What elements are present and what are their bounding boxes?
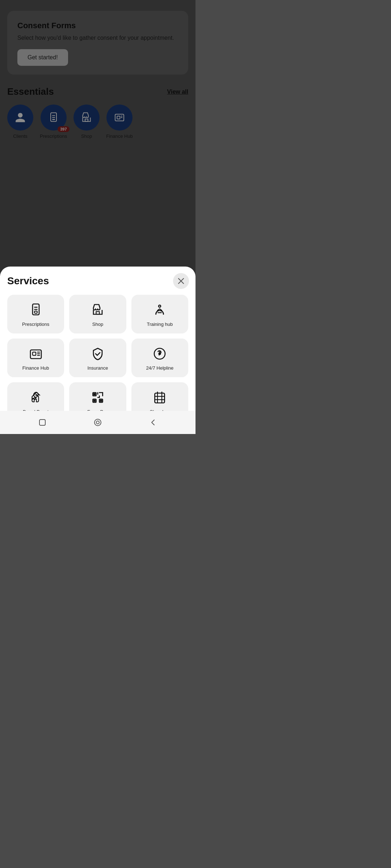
training-icon [153,303,166,316]
insurance-icon [91,347,104,360]
facespay-icon [91,391,104,404]
nav-square-button[interactable] [35,415,50,430]
svg-rect-31 [100,400,101,401]
insurance-service-label: Insurance [87,365,108,371]
svg-rect-29 [94,394,95,395]
svg-point-46 [96,421,99,424]
insurance-service-icon [91,346,105,361]
training-service-icon [152,303,167,317]
brandboost-icon [29,391,42,404]
modal-overlay: Services Prescriptions [0,0,196,434]
nav-back-button[interactable] [146,415,160,430]
close-icon [178,278,184,284]
nav-circle-icon [93,418,102,427]
svg-point-45 [94,419,101,426]
svg-rect-14 [34,311,37,313]
modal-title: Services [7,275,188,287]
training-service-label: Training hub [147,322,173,327]
svg-point-16 [159,305,161,307]
nav-square-icon [38,418,47,427]
close-button[interactable] [173,273,189,289]
svg-rect-18 [33,352,36,356]
brandboost-service-icon [29,390,43,405]
shop-service-label: Shop [92,322,103,327]
service-item-helpline[interactable]: 24/7 Helpline [131,339,188,377]
prescription-icon [29,303,42,316]
prescriptions-service-label: Prescriptions [22,322,49,327]
service-item-training[interactable]: Training hub [131,295,188,333]
service-item-insurance[interactable]: Insurance [69,339,126,377]
prescriptions-service-icon [29,303,43,317]
nav-home-button[interactable] [91,415,105,430]
helpline-service-icon [152,346,167,361]
svg-rect-37 [155,393,165,403]
facespay-service-icon [91,390,105,405]
service-item-shop[interactable]: Shop [69,295,126,333]
services-modal: Services Prescriptions [0,267,196,434]
helpline-service-label: 24/7 Helpline [146,365,173,371]
svg-rect-30 [94,400,95,401]
svg-rect-15 [96,312,99,315]
sharpbox-service-icon [152,390,167,405]
svg-point-25 [36,395,37,396]
sharpbox-icon [153,391,166,404]
nav-bar [0,411,196,434]
helpline-icon [153,347,166,360]
shop-service-icon [91,303,105,317]
svg-rect-44 [39,420,45,425]
service-item-prescriptions[interactable]: Prescriptions [7,295,64,333]
finance-service-icon [29,346,43,361]
services-grid: Prescriptions Shop [7,295,188,421]
service-item-finance[interactable]: Finance Hub [7,339,64,377]
finance-service-label: Finance Hub [22,365,49,371]
nav-back-icon [149,418,157,427]
shop-bag-icon [91,303,104,316]
finance-hub-icon [29,347,42,360]
